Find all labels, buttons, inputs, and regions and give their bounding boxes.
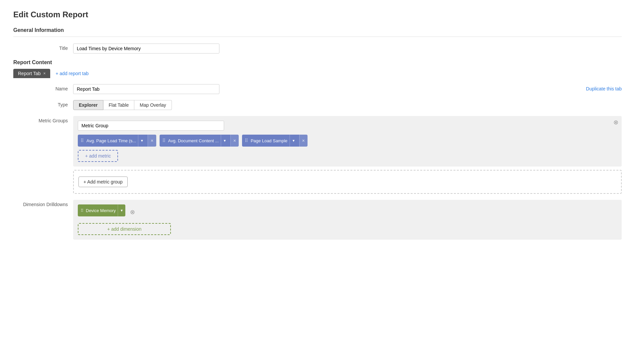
add-metric-group-button[interactable]: + Add metric group xyxy=(78,177,128,187)
type-flat-table-button[interactable]: Flat Table xyxy=(103,100,134,110)
dimension-drilldowns-row: Dimension Drilldowns ⠿ Device Memory ▾ ⊗… xyxy=(13,200,622,240)
type-label: Type xyxy=(13,100,73,107)
metric-groups-content: ⊗ ⠿ Avg. Page Load Time (s... ▾ × ⠿ Avg.… xyxy=(73,116,622,194)
type-row: Type Explorer Flat Table Map Overlay xyxy=(13,100,622,110)
report-content-section: Report Content Report Tab × + add report… xyxy=(13,60,622,240)
metric-pill-label-3: Page Load Sample xyxy=(251,138,288,143)
metric-pill-3[interactable]: ⠿ Page Load Sample ▾ × xyxy=(242,135,308,147)
report-tab[interactable]: Report Tab × xyxy=(13,69,50,78)
dimension-dropdown[interactable]: ▾ xyxy=(118,204,125,216)
metric-group-close-icon[interactable]: ⊗ xyxy=(613,119,618,125)
dimension-pill-device-memory[interactable]: ⠿ Device Memory ▾ xyxy=(78,204,125,216)
dimension-pill-label: Device Memory xyxy=(86,208,116,213)
type-button-group: Explorer Flat Table Map Overlay xyxy=(73,100,622,110)
tabs-bar: Report Tab × + add report tab xyxy=(13,69,622,78)
metric-pill-2[interactable]: ⠿ Avg. Document Content ... ▾ × xyxy=(160,135,239,147)
add-metric-button[interactable]: + add metric xyxy=(78,150,118,162)
metric-dropdown-1[interactable]: ▾ xyxy=(138,135,146,147)
metric-dropdown-2[interactable]: ▾ xyxy=(221,135,228,147)
name-field-container xyxy=(73,84,586,94)
metric-drag-handle-2: ⠿ xyxy=(162,138,166,143)
title-row: Title xyxy=(13,44,622,54)
name-label: Name xyxy=(13,84,73,91)
metric-pill-1[interactable]: ⠿ Avg. Page Load Time (s... ▾ × xyxy=(78,135,156,147)
metric-pill-label-1: Avg. Page Load Time (s... xyxy=(86,138,136,143)
metric-groups-label: Metric Groups xyxy=(13,116,73,123)
metric-close-2[interactable]: × xyxy=(230,135,239,147)
dimension-pill-row: ⠿ Device Memory ▾ ⊗ xyxy=(78,204,617,220)
name-row: Name Duplicate this tab xyxy=(13,84,622,94)
metrics-row: ⠿ Avg. Page Load Time (s... ▾ × ⠿ Avg. D… xyxy=(78,135,617,147)
add-report-tab-link[interactable]: + add report tab xyxy=(56,71,88,76)
title-label: Title xyxy=(13,44,73,51)
duplicate-tab-link[interactable]: Duplicate this tab xyxy=(586,84,622,91)
metric-drag-handle-1: ⠿ xyxy=(80,138,84,143)
title-field-container xyxy=(73,44,622,54)
dimension-drilldowns-content: ⠿ Device Memory ▾ ⊗ + add dimension xyxy=(73,200,622,240)
add-metric-group-box: + Add metric group xyxy=(73,170,622,194)
dimension-drag-handle: ⠿ xyxy=(80,208,84,213)
dimension-box: ⠿ Device Memory ▾ ⊗ + add dimension xyxy=(73,200,622,240)
dimension-close-icon[interactable]: ⊗ xyxy=(130,208,135,216)
metric-close-1[interactable]: × xyxy=(148,135,156,147)
type-map-overlay-button[interactable]: Map Overlay xyxy=(134,100,172,110)
metric-groups-row: Metric Groups ⊗ ⠿ Avg. Page Load Time (s… xyxy=(13,116,622,194)
general-info-heading: General Information xyxy=(13,27,622,33)
tab-name-input[interactable] xyxy=(73,84,219,94)
tab-label: Report Tab xyxy=(18,71,41,76)
metric-pill-label-2: Avg. Document Content ... xyxy=(168,138,219,143)
metric-group-box: ⊗ ⠿ Avg. Page Load Time (s... ▾ × ⠿ Avg.… xyxy=(73,116,622,167)
metric-drag-handle-3: ⠿ xyxy=(245,138,248,143)
metric-close-3[interactable]: × xyxy=(299,135,308,147)
type-buttons-container: Explorer Flat Table Map Overlay xyxy=(73,100,622,110)
report-content-heading: Report Content xyxy=(13,60,622,65)
add-dimension-button[interactable]: + add dimension xyxy=(78,223,171,235)
page-title: Edit Custom Report xyxy=(13,10,622,19)
general-info-section: General Information Title xyxy=(13,27,622,54)
title-input[interactable] xyxy=(73,44,219,54)
tab-close-icon[interactable]: × xyxy=(43,71,46,76)
metric-group-name-input[interactable] xyxy=(78,121,224,131)
metric-dropdown-3[interactable]: ▾ xyxy=(290,135,297,147)
type-explorer-button[interactable]: Explorer xyxy=(73,100,103,110)
dimension-drilldowns-label: Dimension Drilldowns xyxy=(13,200,73,207)
